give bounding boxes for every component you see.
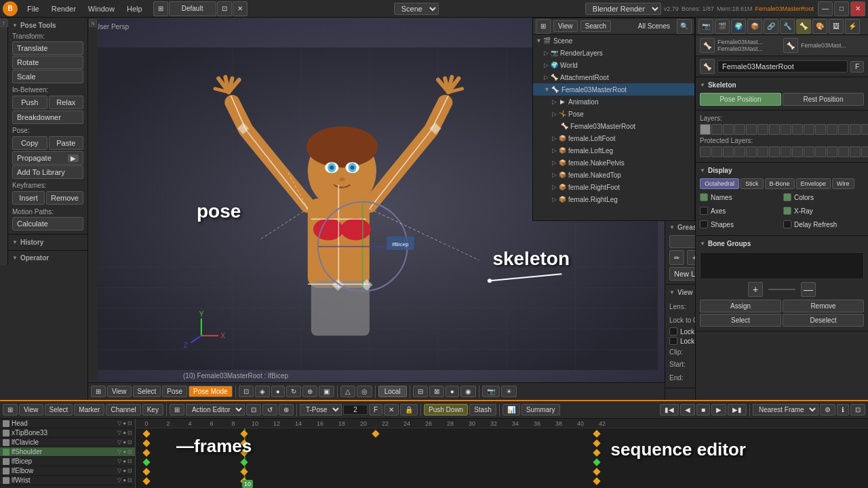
paste-btn[interactable]: Paste <box>49 136 84 150</box>
protected-layers-grid[interactable] <box>700 146 864 157</box>
player-1[interactable] <box>711 146 722 157</box>
player-14[interactable] <box>861 146 868 157</box>
vp-coordinate-mode[interactable]: Local <box>378 386 407 397</box>
rest-position-btn[interactable]: Rest Position <box>783 93 864 106</box>
kf-1-22[interactable] <box>372 430 379 437</box>
kf-4-10[interactable] <box>240 458 248 466</box>
track-row-bicep[interactable]: lfBicep ▽ ● ⊡ <box>0 457 135 466</box>
tl-play-icon2[interactable]: ◀ <box>680 404 695 415</box>
vp-view-btn[interactable]: View <box>107 386 132 397</box>
prop-icon-texture[interactable]: 🖼 <box>829 19 844 34</box>
kf-5-42[interactable] <box>593 468 600 475</box>
scale-btn[interactable]: Scale <box>12 70 83 83</box>
display-octahedral[interactable]: Octahedral <box>700 178 739 189</box>
tl-select-btn[interactable]: Select <box>45 404 73 415</box>
display-wire[interactable]: Wire <box>832 178 854 189</box>
copy-btn[interactable]: Copy <box>12 136 47 150</box>
layer-14[interactable] <box>861 124 868 135</box>
player-0[interactable] <box>700 146 711 157</box>
kf-1-42[interactable] <box>593 430 600 437</box>
deselect-btn[interactable]: Deselect <box>783 314 864 327</box>
side-icon-view[interactable]: N <box>89 19 97 27</box>
prop-icon-scene[interactable]: 🎬 <box>715 19 730 34</box>
prop-icon-world[interactable]: 🌍 <box>731 19 746 34</box>
kf-2-0[interactable] <box>142 439 150 447</box>
vp-editor-icon[interactable]: ⊞ <box>91 386 106 397</box>
player-13[interactable] <box>850 146 861 157</box>
kf-5-10[interactable] <box>240 468 248 475</box>
vp-solid-btn[interactable]: ● <box>446 386 459 397</box>
tl-play-icon1[interactable]: ▮◀ <box>660 404 679 415</box>
propagate-btn[interactable]: Propagate ▶ <box>12 151 83 165</box>
layer-7[interactable] <box>781 124 791 135</box>
tl-key-btn[interactable]: Key <box>142 404 163 415</box>
outliner-female-root[interactable]: ▼ 🦴 Female03MasterRoot <box>533 83 694 96</box>
vp-icon-2[interactable]: ◈ <box>255 386 270 397</box>
close-btn[interactable]: ✕ <box>850 1 865 16</box>
kf-3-0[interactable] <box>142 449 150 456</box>
tl-marker-btn[interactable]: Marker <box>74 404 104 415</box>
pose-select[interactable]: T-Pose <box>300 404 342 415</box>
vp-icon-7[interactable]: △ <box>340 386 355 397</box>
editor-type-select[interactable]: Action Editor <box>186 404 245 415</box>
pencil-icon[interactable]: ✏ <box>669 250 684 265</box>
player-11[interactable] <box>827 146 837 157</box>
push-down-btn[interactable]: Push Down <box>424 404 468 415</box>
kf-2-10[interactable] <box>240 439 248 447</box>
outliner-pose[interactable]: ▷ 🤸 Pose <box>533 108 694 120</box>
tl-icon-3[interactable]: ↺ <box>262 404 277 415</box>
f-shortcut[interactable]: F <box>850 61 864 73</box>
prop-icon-object[interactable]: 📦 <box>747 19 762 34</box>
outliner-render-layers[interactable]: ▷ 📷 RenderLayers <box>533 47 694 59</box>
kf-3-10[interactable] <box>240 449 248 456</box>
player-7[interactable] <box>781 146 791 157</box>
tl-graph-icon[interactable]: 📊 <box>502 404 520 415</box>
menu-window[interactable]: Window <box>83 3 120 14</box>
kf-6-42[interactable] <box>593 477 600 485</box>
select-btn[interactable]: Select <box>700 314 781 327</box>
delay-cb[interactable] <box>783 220 791 228</box>
colors-cb[interactable] <box>783 193 791 201</box>
renderer-selector[interactable]: Blender Render <box>585 3 661 15</box>
tl-icon-1[interactable]: ⊞ <box>170 404 184 415</box>
rotate-btn[interactable]: Rotate <box>12 56 83 69</box>
track-content[interactable]: 0 2 4 6 8 10 12 14 16 18 20 22 24 26 28 … <box>136 419 868 488</box>
prop-icon-armature[interactable]: 🦴 <box>796 19 811 34</box>
outliner-world[interactable]: ▷ 🌍 World <box>533 59 694 71</box>
layout-split[interactable]: ⊡ <box>217 1 232 16</box>
stash-btn[interactable]: Stash <box>469 404 496 415</box>
track-row-tip[interactable]: xTipBone33 ▽ ● ⊡ <box>0 428 135 438</box>
prop-icon-constraints[interactable]: 🔗 <box>764 19 778 34</box>
layer-5[interactable] <box>757 124 768 135</box>
outliner-bone-root[interactable]: 🦴 Female03MasterRoot <box>533 120 694 132</box>
tl-icon-x[interactable]: ✕ <box>384 404 399 415</box>
lock-camera-cb[interactable] <box>669 337 677 345</box>
calculate-btn[interactable]: Calculate <box>12 217 83 230</box>
layer-1[interactable] <box>711 124 722 135</box>
layer-13[interactable] <box>850 124 861 135</box>
outliner-right-leg[interactable]: ▷ 📦 female.RightLeg <box>533 193 694 205</box>
layer-12[interactable] <box>838 124 849 135</box>
remove-btn[interactable]: Remove <box>46 191 83 205</box>
outliner-right-foot[interactable]: ▷ 📦 female.RightFoot <box>533 181 694 193</box>
prop-icon-render[interactable]: 📷 <box>698 19 713 34</box>
pose-position-btn[interactable]: Pose Position <box>700 93 781 106</box>
frame-input[interactable] <box>343 405 368 415</box>
outliner-animation[interactable]: ▷ ▶ Animation <box>533 96 694 108</box>
tl-view-btn[interactable]: View <box>19 404 43 415</box>
track-row-shoulder[interactable]: lfShoulder ▽ ● ⊡ <box>0 447 135 457</box>
prop-icon-material[interactable]: 🎨 <box>812 19 827 34</box>
layout-close[interactable]: ✕ <box>233 1 248 16</box>
vp-icon-8[interactable]: ◎ <box>357 386 372 397</box>
layer-4[interactable] <box>746 124 757 135</box>
tl-icon-info[interactable]: ℹ <box>837 404 849 415</box>
translate-btn[interactable]: Translate <box>12 41 83 55</box>
assign-btn[interactable]: Assign <box>700 300 781 312</box>
layer-9[interactable] <box>804 124 814 135</box>
history-title[interactable]: History <box>12 237 83 247</box>
outliner-attachment[interactable]: ▷ 🦴 AttachmentRoot <box>533 71 694 83</box>
outliner-search-icon[interactable]: 🔍 <box>677 19 692 34</box>
summary-btn[interactable]: Summary <box>521 404 560 415</box>
vp-icon-5[interactable]: ⊕ <box>302 386 317 397</box>
scene-selector[interactable]: Scene <box>394 3 439 15</box>
